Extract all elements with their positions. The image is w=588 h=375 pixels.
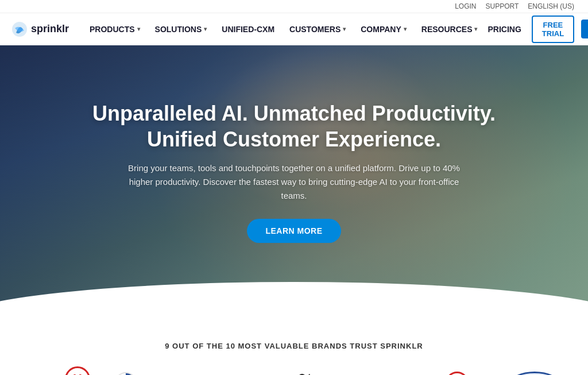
logo[interactable]: sprinklr <box>11 21 69 37</box>
nav-company[interactable]: COMPANY ▾ <box>354 20 413 38</box>
sprinklr-logo-icon <box>11 21 28 37</box>
brand-ford: Ford <box>510 372 559 376</box>
solutions-chevron: ▾ <box>204 26 207 32</box>
free-trial-button[interactable]: FREE TRIAL <box>532 16 574 43</box>
nav-customers[interactable]: CUSTOMERS ▾ <box>283 20 353 38</box>
nav-products[interactable]: PRODUCTS ▾ <box>83 20 147 38</box>
brands-row: A H HONDA pepsi 超大乾燥 Superdry ® <box>23 366 565 375</box>
main-navbar: sprinklr PRODUCTS ▾ SOLUTIONS ▾ UNIFIED-… <box>0 13 588 45</box>
language-selector[interactable]: ENGLISH (US) <box>528 2 574 10</box>
brands-tagline: 9 OUT OF THE 10 MOST VALUABLE BRANDS TRU… <box>23 342 565 350</box>
pricing-link[interactable]: PRICING <box>484 20 524 38</box>
resources-chevron: ▾ <box>474 26 477 32</box>
honda-h-icon: H <box>65 366 90 375</box>
nav-solutions[interactable]: SOLUTIONS ▾ <box>148 20 214 38</box>
hero-content: Unparalleled AI. Unmatched Productivity.… <box>0 45 588 321</box>
brand-honda: H HONDA <box>63 366 92 375</box>
logo-text: sprinklr <box>31 23 69 35</box>
customers-chevron: ▾ <box>343 26 346 32</box>
puma-cat-icon <box>293 373 311 375</box>
products-chevron: ▾ <box>137 26 140 32</box>
brand-pepsi: pepsi <box>115 372 173 375</box>
nav-links: PRODUCTS ▾ SOLUTIONS ▾ UNIFIED-CXM CUSTO… <box>83 20 484 38</box>
brands-section: 9 OUT OF THE 10 MOST VALUABLE BRANDS TRU… <box>0 321 588 375</box>
nav-right: PRICING FREE TRIAL DEMO <box>484 16 588 43</box>
brand-puma: PUMA <box>293 373 353 375</box>
ford-oval: Ford <box>510 372 559 376</box>
top-bar: LOGIN SUPPORT ENGLISH (US) <box>0 0 588 13</box>
lg-circle-icon: LG <box>446 372 469 375</box>
hero-headline: Unparalleled AI. Unmatched Productivity.… <box>92 100 496 152</box>
company-chevron: ▾ <box>404 26 407 32</box>
brand-lg: LG LG <box>446 372 487 375</box>
demo-button[interactable]: DEMO <box>581 20 588 38</box>
hero-section: Unparalleled AI. Unmatched Productivity.… <box>0 45 588 321</box>
hero-subtext: Bring your teams, tools and touchpoints … <box>127 161 461 203</box>
learn-more-button[interactable]: LEARN MORE <box>247 219 341 243</box>
nav-resources[interactable]: RESOURCES ▾ <box>415 20 485 38</box>
pepsi-circle-icon <box>115 372 137 375</box>
nav-unified-cxm[interactable]: UNIFIED-CXM <box>215 20 281 38</box>
support-link[interactable]: SUPPORT <box>486 2 519 10</box>
login-link[interactable]: LOGIN <box>455 2 476 10</box>
